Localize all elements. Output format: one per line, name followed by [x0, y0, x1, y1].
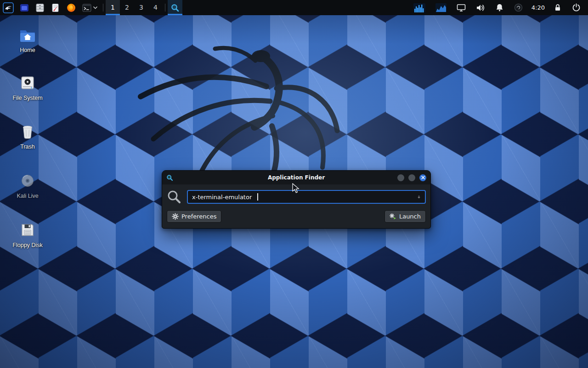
- minimize-button[interactable]: [397, 174, 404, 181]
- cpu-graph-icon: [413, 3, 425, 12]
- workspace-button-2[interactable]: 2: [120, 0, 134, 15]
- desktop-icon-trash[interactable]: Trash: [6, 122, 50, 150]
- workspace-switcher: 1 2 3 4: [106, 0, 163, 15]
- search-dropdown-button[interactable]: [414, 192, 424, 201]
- floppy-disk-icon: [19, 221, 36, 239]
- system-tray: 4:20: [411, 0, 588, 15]
- preferences-button[interactable]: Preferences: [167, 210, 221, 223]
- panel-separator: [103, 4, 103, 12]
- desktop-icon-label: Kali Live: [17, 193, 38, 199]
- clock-applet[interactable]: 4:20: [530, 4, 546, 11]
- close-icon: [421, 176, 425, 179]
- window-controls: [397, 174, 426, 181]
- desktop-icon-floppy-disk[interactable]: Floppy Disk: [6, 221, 50, 249]
- window-body: Preferences Launch: [162, 184, 430, 228]
- search-field-wrapper: [187, 190, 426, 204]
- search-input[interactable]: [187, 190, 426, 204]
- network-graph-applet[interactable]: [433, 3, 449, 12]
- desktop-icon-kali-live[interactable]: Kali Live: [6, 172, 50, 200]
- panel-separator: [165, 4, 165, 12]
- desktop-icon-file-system[interactable]: File System: [6, 74, 50, 102]
- lock-screen-button[interactable]: [551, 3, 565, 12]
- text-editor-launcher[interactable]: [48, 0, 63, 15]
- terminal-dropdown-button[interactable]: [93, 0, 101, 15]
- desktop-icon-label: Trash: [20, 144, 35, 150]
- top-panel: 1 2 3 4: [0, 0, 588, 15]
- trash-icon: [19, 123, 36, 140]
- terminal-icon: [82, 3, 92, 13]
- cpu-graph-applet[interactable]: [411, 3, 428, 12]
- home-folder-icon: [18, 26, 37, 44]
- volume-icon: [476, 4, 485, 12]
- power-icon: [572, 3, 581, 12]
- firefox-launcher[interactable]: [63, 0, 79, 15]
- desktop-icon-label: Floppy Disk: [12, 242, 42, 248]
- workspace-button-1[interactable]: 1: [106, 0, 120, 15]
- blue-window-icon: [19, 3, 29, 13]
- kali-menu-button[interactable]: [0, 0, 17, 15]
- desktop-screen: 1 2 3 4: [0, 0, 588, 368]
- window-titlebar[interactable]: Application Finder: [162, 171, 430, 184]
- application-finder-window: Application Finder: [162, 170, 431, 229]
- launch-button-label: Launch: [399, 213, 421, 220]
- maximize-button[interactable]: [408, 174, 415, 181]
- window-manager-launcher[interactable]: [17, 0, 32, 15]
- app-finder-window-icon: [166, 174, 173, 181]
- launch-run-icon: [390, 213, 396, 220]
- desktop-icon-label: Home: [20, 47, 35, 53]
- search-icon: [167, 190, 181, 204]
- workspace-button-4[interactable]: 4: [148, 0, 163, 15]
- firefox-icon: [66, 3, 76, 13]
- terminal-launcher[interactable]: [79, 0, 93, 15]
- chevron-down-icon: [93, 5, 98, 10]
- workspace-button-3[interactable]: 3: [134, 0, 148, 15]
- file-manager-launcher[interactable]: [32, 0, 48, 15]
- volume-applet[interactable]: [473, 4, 488, 12]
- file-system-drive-icon: [19, 74, 36, 92]
- search-icon: [170, 3, 180, 12]
- display-settings-applet[interactable]: [454, 4, 469, 12]
- text-caret: [257, 193, 258, 201]
- bell-icon: [495, 3, 504, 12]
- gear-icon: [172, 213, 179, 220]
- text-editor-icon: [51, 3, 61, 13]
- network-graph-icon: [435, 3, 447, 12]
- status-circle-icon: [514, 3, 523, 12]
- notifications-applet[interactable]: [492, 3, 507, 12]
- window-title: Application Finder: [194, 174, 398, 181]
- arrow-down-icon: [417, 194, 421, 200]
- close-button[interactable]: [419, 174, 426, 181]
- desktop-icon-home[interactable]: Home: [6, 26, 50, 54]
- kali-logo-icon: [3, 2, 14, 13]
- launch-button[interactable]: Launch: [384, 210, 426, 223]
- logout-button[interactable]: [569, 3, 583, 12]
- desktop-icon-label: File System: [12, 95, 42, 101]
- display-icon: [457, 4, 466, 12]
- optical-disc-icon: [19, 172, 36, 190]
- status-circle-applet[interactable]: [511, 3, 526, 12]
- file-cabinet-icon: [35, 3, 45, 13]
- lock-icon: [554, 3, 562, 12]
- app-finder-panel-button[interactable]: [168, 0, 182, 15]
- preferences-button-label: Preferences: [181, 213, 216, 220]
